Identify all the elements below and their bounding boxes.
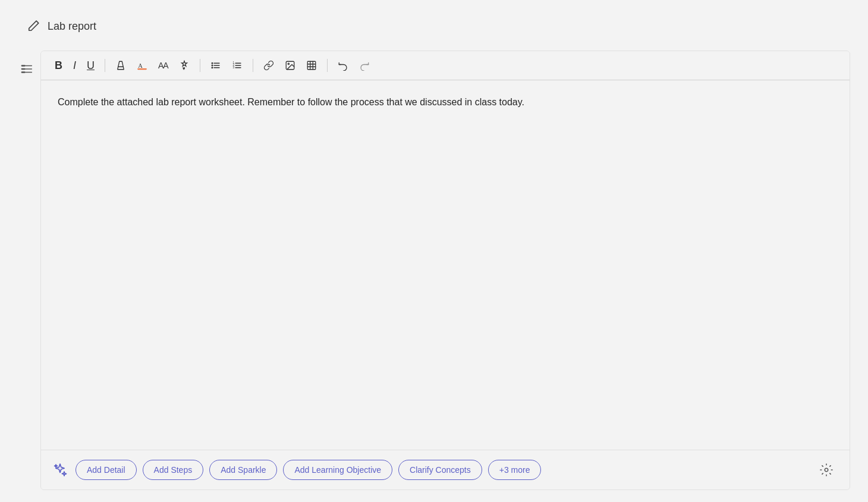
editor-container: B I U A AA	[18, 51, 850, 490]
undo-button[interactable]	[334, 57, 353, 74]
bold-button[interactable]: B	[51, 57, 67, 74]
numbered-list-button[interactable]: 1 2 3	[228, 57, 247, 74]
editor-main: B I U A AA	[40, 51, 850, 490]
image-button[interactable]	[281, 57, 300, 74]
svg-point-28	[825, 468, 828, 472]
svg-point-13	[212, 67, 213, 68]
svg-point-9	[212, 62, 213, 64]
font-size-button[interactable]: AA	[154, 58, 172, 73]
svg-text:3: 3	[232, 66, 234, 69]
editor-content-area[interactable]: Complete the attached lab report workshe…	[41, 80, 850, 450]
editor-toolbar: B I U A AA	[41, 51, 850, 80]
sidebar-toggle[interactable]	[18, 51, 40, 490]
italic-button[interactable]: I	[69, 57, 80, 74]
ai-settings-button[interactable]	[815, 461, 838, 479]
ai-sparkle-icon	[53, 463, 67, 477]
spellcheck-button[interactable]	[175, 57, 194, 74]
svg-point-11	[212, 65, 213, 66]
add-steps-button[interactable]: Add Steps	[143, 460, 204, 480]
title-bar: Lab report	[18, 12, 850, 41]
svg-rect-23	[307, 61, 316, 70]
more-ai-options-button[interactable]: +3 more	[488, 460, 542, 480]
toolbar-sep-1	[105, 59, 105, 72]
svg-point-22	[288, 63, 289, 64]
toolbar-sep-4	[327, 59, 328, 72]
document-title: Lab report	[48, 20, 96, 33]
toolbar-sep-2	[200, 59, 200, 72]
font-color-button[interactable]: A	[133, 57, 152, 74]
table-button[interactable]	[302, 57, 321, 74]
pencil-icon	[27, 19, 40, 34]
toolbar-sep-3	[253, 59, 253, 72]
add-learning-objective-button[interactable]: Add Learning Objective	[283, 460, 392, 480]
editor-text: Complete the attached lab report workshe…	[58, 95, 833, 110]
bullet-list-button[interactable]	[206, 57, 225, 74]
ai-toolbar: Add Detail Add Steps Add Sparkle Add Lea…	[41, 450, 850, 490]
link-button[interactable]	[259, 57, 278, 74]
underline-button[interactable]: U	[83, 57, 99, 74]
svg-text:A: A	[138, 62, 143, 69]
sidebar-icon[interactable]	[20, 62, 33, 79]
redo-button[interactable]	[355, 57, 374, 74]
highlight-button[interactable]	[111, 57, 130, 74]
clarify-concepts-button[interactable]: Clarify Concepts	[398, 460, 482, 480]
add-sparkle-button[interactable]: Add Sparkle	[209, 460, 277, 480]
add-detail-button[interactable]: Add Detail	[76, 460, 137, 480]
